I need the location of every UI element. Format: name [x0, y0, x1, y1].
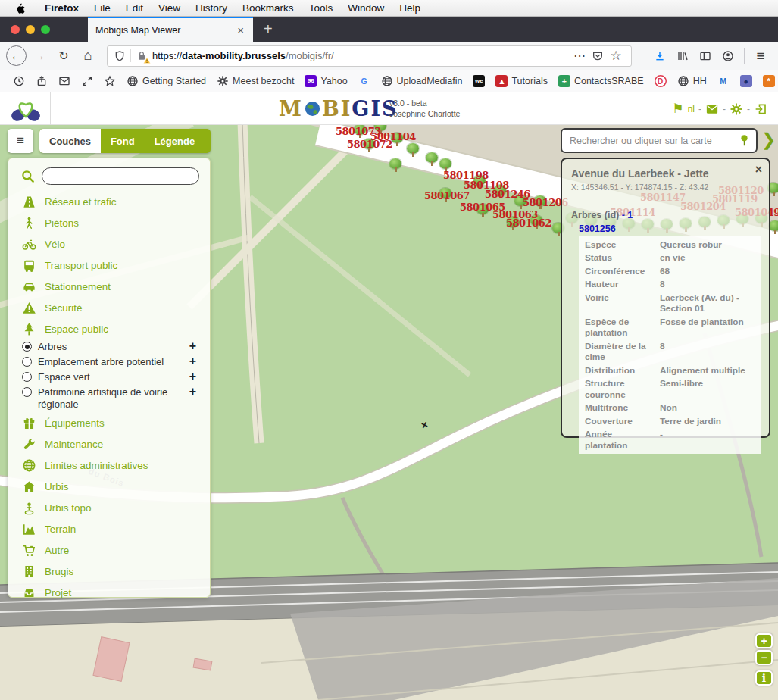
sidebar-item-autre[interactable]: Autre: [14, 539, 204, 561]
search-expand-chevron[interactable]: ❯: [761, 130, 776, 149]
menu-item-bookmarks[interactable]: Bookmarks: [235, 2, 302, 14]
add-layer-button[interactable]: +: [189, 386, 199, 397]
pocket-icon[interactable]: [592, 50, 604, 62]
bookmark-clock[interactable]: [8, 73, 30, 89]
sidebar-item--quipements[interactable]: Équipements: [14, 412, 204, 433]
sidebar-item-pi-tons[interactable]: Piétons: [14, 212, 204, 233]
page-actions-icon[interactable]: ⋯: [570, 45, 589, 67]
menu-item-window[interactable]: Window: [340, 2, 392, 14]
bookmark-Getting Started[interactable]: Getting Started: [121, 73, 211, 89]
language-flag-icon[interactable]: ⚑: [672, 101, 683, 117]
map-canvas[interactable]: 5801073580110458010725801198580110858010…: [0, 125, 778, 700]
tab-fond[interactable]: Fond: [101, 129, 145, 153]
sidebar-item-maintenance[interactable]: Maintenance: [14, 433, 204, 455]
tree-marker[interactable]: [426, 152, 438, 166]
sidebar-item-limites-administratives[interactable]: Limites administratives: [14, 455, 204, 476]
bookmark-Yahoo[interactable]: ✉Yahoo: [299, 73, 352, 89]
sidebar-item-s-curit-[interactable]: Sécurité: [14, 297, 204, 318]
sublayer-label[interactable]: Emplacement arbre potentiel: [38, 356, 183, 368]
sidebar-item-transport-public[interactable]: Transport public: [14, 255, 204, 276]
radio-button[interactable]: [22, 357, 32, 367]
bookmark-share[interactable]: [30, 73, 53, 89]
zoom-out-button[interactable]: −: [755, 650, 773, 665]
bookmark-UploadMediafin[interactable]: UploadMediafin: [376, 73, 468, 89]
tree-marker[interactable]: [389, 158, 401, 172]
menu-item-view[interactable]: View: [151, 2, 188, 14]
layers-search-input[interactable]: [42, 167, 199, 185]
bookmark-G[interactable]: G: [353, 73, 376, 89]
settings-gear-icon[interactable]: [730, 102, 743, 116]
menu-item-help[interactable]: Help: [392, 2, 428, 14]
account-icon[interactable]: [717, 45, 739, 67]
menu-item-file[interactable]: File: [86, 2, 118, 14]
bookmark-Meest bezocht[interactable]: Meest bezocht: [211, 73, 299, 89]
panel-close-icon[interactable]: ×: [755, 164, 762, 175]
menu-item-history[interactable]: History: [188, 2, 235, 14]
bookmark-D[interactable]: D: [649, 73, 672, 89]
sidebar-item-r-seau-et-trafic[interactable]: Réseau et trafic: [14, 191, 204, 212]
sidebar-item-terrain[interactable]: Terrain: [14, 518, 204, 539]
bookmark-Tutorials[interactable]: ▲Tutorials: [490, 73, 552, 89]
contact-envelope-icon[interactable]: [705, 102, 719, 116]
menu-item-edit[interactable]: Edit: [118, 2, 151, 14]
add-layer-button[interactable]: +: [189, 341, 199, 352]
tab-close-icon[interactable]: ×: [236, 23, 245, 36]
tree-marker[interactable]: [407, 143, 419, 157]
bookmark-expand[interactable]: [76, 73, 98, 89]
map-search-bar[interactable]: [561, 128, 758, 153]
tab-couches[interactable]: Couches: [39, 129, 101, 153]
downloads-icon[interactable]: [648, 45, 671, 67]
sidebar-item-urbis[interactable]: Urbis: [14, 476, 204, 497]
tab-outils[interactable]: Outils: [205, 129, 211, 153]
sidebar-item-brugis[interactable]: Brugis: [14, 561, 204, 582]
apple-menu-icon[interactable]: [15, 2, 27, 14]
menu-item-firefox[interactable]: Firefox: [37, 2, 86, 14]
bookmark-M[interactable]: M: [712, 73, 735, 89]
language-code[interactable]: nl: [688, 104, 695, 114]
bookmark-●[interactable]: ●: [735, 73, 758, 89]
sidebar-item-espace-public[interactable]: Espace public: [14, 318, 204, 339]
radio-button[interactable]: [22, 387, 32, 397]
new-tab-button[interactable]: +: [253, 17, 283, 42]
zoom-window-button[interactable]: [41, 25, 50, 34]
mobigis-logo[interactable]: [9, 95, 42, 122]
bookmark-star-icon[interactable]: ☆: [607, 45, 625, 67]
minimize-window-button[interactable]: [26, 25, 35, 34]
library-icon[interactable]: [671, 45, 694, 67]
radio-button[interactable]: [22, 342, 32, 352]
tracking-shield-icon[interactable]: [114, 50, 126, 62]
url-text[interactable]: https://data-mobility.brussels/mobigis/f…: [152, 50, 566, 61]
sidebar-item-stationnement[interactable]: Stationnement: [14, 276, 204, 297]
bookmark-HH[interactable]: HH: [672, 73, 712, 89]
result-count[interactable]: - 1: [622, 210, 633, 220]
sidebar-hamburger-button[interactable]: ≡: [8, 129, 33, 153]
hamburger-menu-icon[interactable]: ≡: [749, 45, 772, 67]
sidebar-item-v-lo[interactable]: Vélo: [14, 233, 204, 255]
close-window-button[interactable]: [11, 25, 20, 34]
tab-légende[interactable]: Légende: [145, 129, 205, 153]
info-button[interactable]: i: [755, 670, 773, 686]
bookmark-star[interactable]: [98, 73, 121, 89]
bookmark-envelope[interactable]: [53, 73, 76, 89]
add-layer-button[interactable]: +: [189, 356, 199, 367]
bookmark-ContactsSRABE[interactable]: +ContactsSRABE: [553, 73, 649, 89]
add-layer-button[interactable]: +: [189, 371, 199, 382]
forward-button[interactable]: →: [28, 45, 51, 67]
sidebar-item-urbis-topo[interactable]: Urbis topo: [14, 497, 204, 518]
menu-item-tools[interactable]: Tools: [302, 2, 341, 14]
back-button[interactable]: ←: [6, 45, 27, 66]
sidebar-toggle-icon[interactable]: [694, 45, 717, 67]
browser-tab[interactable]: Mobigis Map Viewer ×: [88, 17, 253, 42]
lock-icon[interactable]: [136, 50, 148, 62]
sidebar-item-projet[interactable]: Projet: [14, 582, 204, 603]
sign-in-icon[interactable]: [754, 102, 767, 116]
sublayer-label[interactable]: Espace vert: [38, 371, 183, 383]
radio-button[interactable]: [22, 372, 32, 382]
feature-id-link[interactable]: 5801256: [579, 223, 760, 234]
bookmark-*[interactable]: *: [758, 73, 778, 89]
url-bar[interactable]: https://data-mobility.brussels/mobigis/f…: [107, 45, 632, 67]
zoom-in-button[interactable]: +: [755, 633, 773, 648]
home-button[interactable]: ⌂: [77, 45, 99, 67]
map-search-input[interactable]: [570, 136, 737, 146]
bookmark-we[interactable]: we: [467, 73, 490, 89]
